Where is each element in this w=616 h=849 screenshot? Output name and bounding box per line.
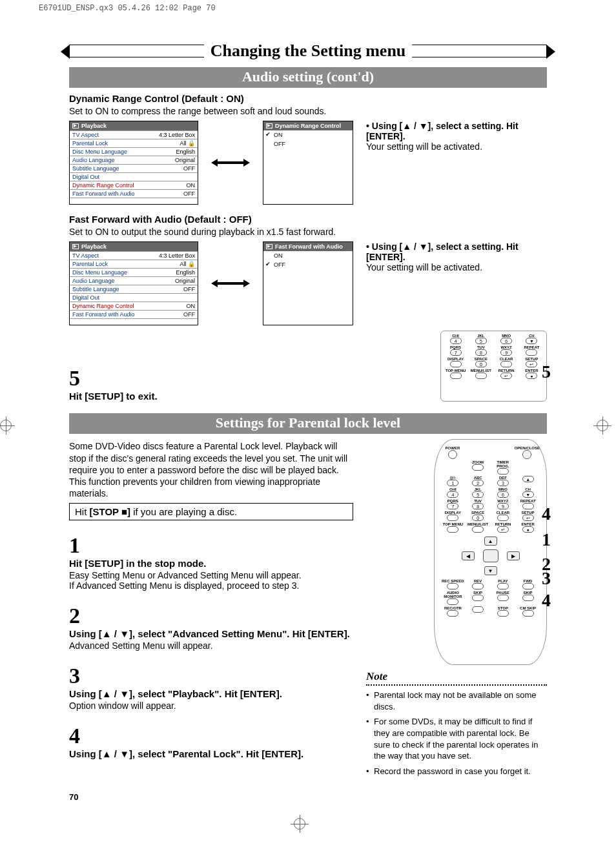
title-arrow-left-icon: [69, 45, 82, 57]
menu-option: OFF: [263, 139, 353, 148]
remote-key: [516, 460, 540, 475]
file-header: E6701UD_ENSP.qx3 05.4.26 12:02 Page 70: [0, 0, 616, 13]
remote-callout-5: 5: [542, 362, 551, 382]
page-title: Changing the Setting menu: [204, 41, 413, 61]
remote-key: RETURN↵: [491, 522, 515, 533]
remote-key: TIMER PROG.: [491, 460, 515, 475]
remote-key: REPEAT: [520, 345, 544, 356]
remote-key: REPEAT: [516, 499, 540, 509]
tv-icon: [72, 123, 79, 128]
step-head: Using [▲ / ▼], select "Playback". Hit [E…: [69, 688, 353, 699]
stop-instr-bold: [STOP ■]: [90, 506, 131, 517]
remote-key: TOP MENU: [441, 522, 465, 533]
remote-diagram-small: GHI4JKL5MNO6CH▼PQRS7TUV8WXYZ9REPEATDISPL…: [440, 331, 547, 402]
drc-desc: Set to ON to compress the range between …: [69, 105, 547, 117]
double-arrow-icon: [211, 278, 250, 289]
stop-instr-suffix: if you are playing a disc.: [130, 506, 237, 517]
step-body: Option window will appear.: [69, 701, 353, 711]
menu-row: Disc Menu LanguageEnglish: [70, 268, 198, 276]
step-head: Hit [SETUP] in the stop mode.: [69, 558, 353, 569]
drc-heading: Dynamic Range Control (Default : ON): [69, 93, 547, 104]
ffa-option-title: Fast Forward with Audio: [275, 243, 343, 250]
note-item: Parental lock may not be available on so…: [366, 690, 547, 712]
step-5-number: 5: [69, 367, 353, 389]
remote-key: DISPLAY: [441, 511, 465, 521]
menu-option: ON: [263, 130, 353, 139]
menu-row: Fast Forward with AudioOFF: [70, 310, 198, 318]
menu-option: OFF: [263, 260, 353, 269]
remote-key: GHI4: [441, 487, 465, 498]
remote-key: ENTER●: [516, 522, 540, 533]
remote-callout: 3: [542, 568, 551, 589]
remote-key: AUDIO MONITOR: [441, 591, 465, 605]
remote-key: SPACE0: [466, 511, 490, 521]
registration-mark-left: [0, 420, 19, 439]
menu-option: ON: [263, 251, 353, 260]
step-body: Easy Setting Menu or Advanced Setting Me…: [69, 570, 353, 591]
step-body: Advanced Setting Menu will appear.: [69, 640, 353, 651]
ffa-desc: Set to ON to output the sound during pla…: [69, 226, 547, 238]
remote-key: MNO6: [495, 334, 518, 344]
note-item: For some DVDs, it may be difficult to fi…: [366, 716, 547, 761]
page-title-bar: Changing the Setting menu: [69, 39, 547, 63]
remote-key: ▲: [516, 476, 540, 486]
playback-menu-box-1: Playback TV Aspect4:3 Letter BoxParental…: [69, 121, 198, 205]
remote-callout: 4: [542, 504, 551, 524]
remote-key: PAUSE: [491, 591, 515, 605]
remote-key: RETURN↵: [495, 369, 518, 379]
note-heading: Note: [366, 670, 547, 686]
remote-key: TUV8: [469, 345, 493, 356]
remote-key: OPEN/CLOSE: [515, 446, 540, 459]
tv-icon: [266, 244, 272, 249]
remote-key: SETUP↩: [516, 511, 540, 521]
menu-row: Fast Forward with AudioOFF: [70, 189, 198, 198]
menu-row: Dynamic Range ControlON: [70, 302, 198, 310]
menu-row: Digital Out: [70, 293, 198, 302]
remote-key: REV: [466, 579, 490, 589]
remote-key: DEF3: [491, 476, 515, 486]
ffa-note-1: Using [▲ / ▼], select a setting. Hit [EN…: [366, 241, 547, 262]
remote-key: GHI4: [444, 334, 467, 344]
menu-row: Dynamic Range ControlON: [70, 181, 198, 189]
tv-icon: [266, 123, 272, 128]
step-number: 3: [69, 665, 353, 687]
step-head: Using [▲ / ▼], select "Parental Lock". H…: [69, 748, 353, 759]
note-list: Parental lock may not be available on so…: [366, 690, 547, 777]
remote-key: JKL5: [469, 334, 493, 344]
step-number: 2: [69, 605, 353, 627]
remote-key: MENU/LIST: [466, 522, 490, 533]
step-number: 1: [69, 535, 353, 557]
remote-key: [466, 606, 490, 617]
ffa-side-note: Using [▲ / ▼], select a setting. Hit [EN…: [366, 241, 547, 272]
remote-key: FWD: [516, 579, 540, 589]
divider-dots: [69, 527, 353, 535]
registration-mark-bottom: [294, 818, 305, 830]
drc-option-title: Dynamic Range Control: [275, 123, 341, 129]
remote-key: JKL5: [466, 487, 490, 498]
playback-menu-box-2: Playback TV Aspect4:3 Letter BoxParental…: [69, 241, 198, 325]
drc-option-box: Dynamic Range Control ONOFF: [263, 121, 353, 205]
section-bar-audio: Audio setting (cont'd): [69, 67, 547, 88]
ffa-note-2: Your setting will be activated.: [366, 262, 547, 272]
step-number: 4: [69, 725, 353, 747]
remote-key: REC/OTR: [441, 606, 465, 617]
remote-key: [466, 446, 489, 459]
drc-side-note: Using [▲ / ▼], select a setting. Hit [EN…: [366, 121, 547, 152]
remote-key: REC SPEED: [441, 579, 465, 589]
remote-key: ZOOM: [466, 460, 490, 475]
remote-key: POWER: [441, 446, 464, 459]
remote-key: TOP MENU: [444, 369, 467, 379]
drc-note-1: Using [▲ / ▼], select a setting. Hit [EN…: [366, 121, 547, 141]
menu-row: Parental LockAll 🔒: [70, 260, 198, 268]
playback-menu-title-2: Playback: [81, 243, 107, 250]
menu-row: Subtitle LanguageOFF: [70, 164, 198, 172]
remote-key: PLAY: [491, 579, 515, 589]
remote-key: STOP: [491, 606, 515, 617]
remote-callout: 1: [542, 529, 551, 550]
svg-marker-1: [211, 280, 250, 287]
remote-key: TUV8: [466, 499, 490, 509]
remote-key: WXYZ9: [491, 499, 515, 509]
remote-key: MNO6: [491, 487, 515, 498]
remote-key: CLEAR: [495, 357, 518, 367]
menu-row: Audio LanguageOriginal: [70, 156, 198, 164]
